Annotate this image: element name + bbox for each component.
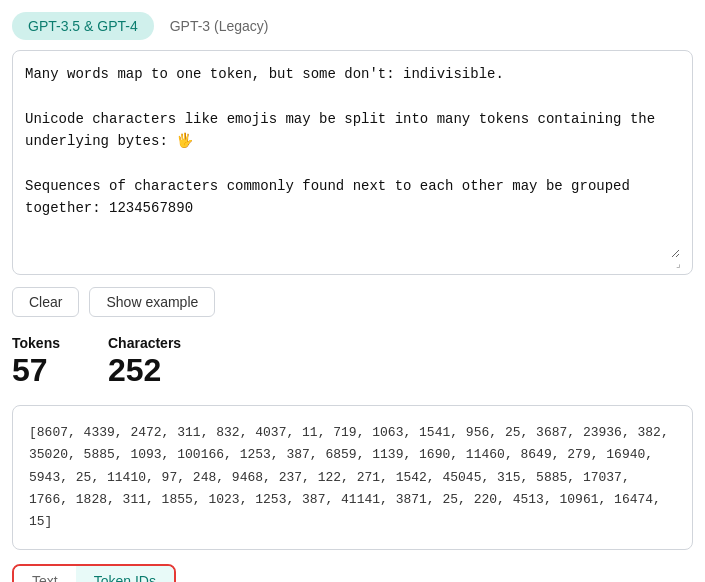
characters-label: Characters <box>108 335 181 351</box>
characters-stat: Characters 252 <box>108 335 181 389</box>
tokens-value: 57 <box>12 351 60 389</box>
resize-handle: ⌟ <box>676 258 688 270</box>
main-input[interactable] <box>25 63 680 258</box>
textarea-wrapper: ⌟ <box>12 50 693 275</box>
bottom-tab-token-ids[interactable]: Token IDs <box>76 566 174 582</box>
characters-value: 252 <box>108 351 181 389</box>
tokens-label: Tokens <box>12 335 60 351</box>
clear-button[interactable]: Clear <box>12 287 79 317</box>
token-output: [8607, 4339, 2472, 311, 832, 4037, 11, 7… <box>12 405 693 549</box>
action-buttons: Clear Show example <box>12 287 693 317</box>
bottom-tab-text[interactable]: Text <box>14 566 76 582</box>
show-example-button[interactable]: Show example <box>89 287 215 317</box>
tab-gpt3[interactable]: GPT-3 (Legacy) <box>154 12 285 40</box>
bottom-tabs: Text Token IDs <box>12 564 176 582</box>
stats-row: Tokens 57 Characters 252 <box>12 335 693 389</box>
tab-gpt4[interactable]: GPT-3.5 & GPT-4 <box>12 12 154 40</box>
tokens-stat: Tokens 57 <box>12 335 60 389</box>
main-tabs: GPT-3.5 & GPT-4 GPT-3 (Legacy) <box>12 12 693 40</box>
